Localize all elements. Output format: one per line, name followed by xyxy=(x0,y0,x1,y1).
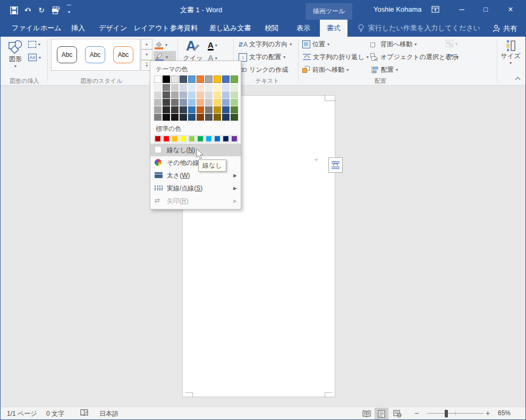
theme-variant-swatch[interactable] xyxy=(197,114,204,121)
theme-variant-swatch[interactable] xyxy=(205,114,213,121)
standard-color-swatch[interactable] xyxy=(214,135,221,142)
theme-variant-swatch[interactable] xyxy=(205,91,213,98)
shape-style-thumbnail-0[interactable]: Abc xyxy=(57,46,77,63)
theme-variant-swatch[interactable] xyxy=(197,99,204,106)
rotate-objects-button[interactable]: ▾ xyxy=(446,53,459,61)
tab-1[interactable]: ホーム xyxy=(33,20,69,37)
zoom-out-button[interactable]: − xyxy=(414,409,419,417)
theme-variant-swatch[interactable] xyxy=(163,106,170,113)
selection-pane-button[interactable]: オブジェクトの選択と表示 xyxy=(370,53,458,62)
theme-variant-swatch[interactable] xyxy=(180,114,187,121)
theme-variant-swatch[interactable] xyxy=(214,84,221,91)
wrap-text-button[interactable]: 文字列の折り返し ▾ xyxy=(302,53,369,62)
theme-color-swatch[interactable] xyxy=(163,75,170,83)
close-button[interactable]: × xyxy=(500,1,521,18)
shape-fill-button[interactable]: ▾ xyxy=(155,39,176,51)
theme-variant-swatch[interactable] xyxy=(188,114,196,121)
text-box-button[interactable]: A≡ ▾ xyxy=(28,54,41,61)
theme-variant-swatch[interactable] xyxy=(222,106,230,113)
document-area[interactable] xyxy=(1,86,525,408)
word-count[interactable]: 0 文字 xyxy=(46,409,64,418)
text-fill-button[interactable]: A ▾ xyxy=(208,40,226,51)
standard-color-swatch[interactable] xyxy=(180,135,187,142)
theme-variant-swatch[interactable] xyxy=(180,106,187,113)
standard-color-swatch[interactable] xyxy=(222,135,230,142)
tab-format-active[interactable]: 書式 xyxy=(320,20,347,37)
read-mode-button[interactable] xyxy=(360,408,374,419)
redo-button[interactable]: ↻ xyxy=(35,5,48,15)
insert-shapes-button[interactable]: 図形 ▾ xyxy=(5,39,26,79)
theme-variant-swatch[interactable] xyxy=(214,114,221,121)
gallery-scroll-down-button[interactable]: ▾ xyxy=(141,49,152,60)
standard-color-swatch[interactable] xyxy=(163,135,170,142)
theme-variant-swatch[interactable] xyxy=(214,106,221,113)
theme-variant-swatch[interactable] xyxy=(154,114,162,121)
tab-7[interactable]: 校閲 xyxy=(258,20,285,37)
theme-color-swatch[interactable] xyxy=(154,75,162,83)
theme-variant-swatch[interactable] xyxy=(188,84,196,91)
minimize-button[interactable]: ─ xyxy=(451,1,472,18)
ribbon-display-options-button[interactable] xyxy=(425,1,446,18)
theme-variant-swatch[interactable] xyxy=(154,99,162,106)
theme-variant-swatch[interactable] xyxy=(171,91,179,98)
tab-5[interactable]: 参考資料 xyxy=(163,20,205,37)
standard-color-swatch[interactable] xyxy=(197,135,204,142)
save-button[interactable] xyxy=(7,5,21,15)
theme-variant-swatch[interactable] xyxy=(205,99,213,106)
maximize-button[interactable]: □ xyxy=(475,1,496,18)
theme-variant-swatch[interactable] xyxy=(231,99,238,106)
theme-variant-swatch[interactable] xyxy=(222,99,230,106)
theme-variant-swatch[interactable] xyxy=(154,91,162,98)
theme-variant-swatch[interactable] xyxy=(171,99,179,106)
theme-variant-swatch[interactable] xyxy=(231,84,238,91)
text-direction-button[interactable]: ⇵A 文字列の方向 ▾ xyxy=(239,40,292,49)
standard-color-swatch[interactable] xyxy=(154,135,162,142)
shape-style-thumbnail-1[interactable]: Abc xyxy=(85,46,105,63)
theme-color-swatch[interactable] xyxy=(180,75,187,83)
menu-item-weight[interactable]: 太さ(W)▶ xyxy=(150,169,241,182)
size-button[interactable]: サイズ ▾ xyxy=(500,39,521,79)
theme-variant-swatch[interactable] xyxy=(231,91,238,98)
menu-item-more-colors[interactable]: その他の線の色(M)... xyxy=(150,156,241,169)
theme-variant-swatch[interactable] xyxy=(231,114,238,121)
share-button[interactable]: 共有 xyxy=(488,21,521,36)
page-count[interactable]: 1/1 ページ xyxy=(7,409,37,418)
theme-variant-swatch[interactable] xyxy=(222,91,230,98)
theme-color-swatch[interactable] xyxy=(171,75,179,83)
standard-color-swatch[interactable] xyxy=(231,135,238,142)
position-button[interactable]: 位置 ▾ xyxy=(302,40,329,49)
standard-color-swatch[interactable] xyxy=(188,135,196,142)
zoom-slider-thumb[interactable] xyxy=(445,410,448,417)
theme-variant-swatch[interactable] xyxy=(214,99,221,106)
send-backward-button[interactable]: 背面へ移動 ▾ xyxy=(370,40,417,49)
print-layout-button[interactable] xyxy=(375,408,388,419)
language-status[interactable]: 日本語 xyxy=(99,409,118,418)
theme-variant-swatch[interactable] xyxy=(205,84,213,91)
theme-variant-swatch[interactable] xyxy=(163,114,170,121)
web-layout-button[interactable] xyxy=(391,408,404,419)
theme-variant-swatch[interactable] xyxy=(171,106,179,113)
theme-variant-swatch[interactable] xyxy=(163,91,170,98)
theme-color-swatch[interactable] xyxy=(197,75,204,83)
create-link-button[interactable]: リンクの作成 xyxy=(239,65,288,74)
theme-variant-swatch[interactable] xyxy=(222,84,230,91)
theme-variant-swatch[interactable] xyxy=(180,91,187,98)
theme-variant-swatch[interactable] xyxy=(188,106,196,113)
theme-variant-swatch[interactable] xyxy=(197,84,204,91)
theme-color-swatch[interactable] xyxy=(214,75,221,83)
quick-print-button[interactable] xyxy=(48,5,62,15)
theme-variant-swatch[interactable] xyxy=(197,106,204,113)
shape-selection-handle[interactable] xyxy=(314,158,318,162)
tab-6[interactable]: 差し込み文書 xyxy=(202,20,258,37)
theme-color-swatch[interactable] xyxy=(231,75,238,83)
theme-variant-swatch[interactable] xyxy=(171,84,179,91)
collapse-ribbon-button[interactable] xyxy=(513,75,522,82)
bring-forward-button[interactable]: 前面へ移動 ▾ xyxy=(302,65,349,74)
theme-variant-swatch[interactable] xyxy=(205,106,213,113)
edit-shape-button[interactable]: ▾ xyxy=(28,41,40,48)
theme-variant-swatch[interactable] xyxy=(163,84,170,91)
theme-variant-swatch[interactable] xyxy=(197,91,204,98)
theme-variant-swatch[interactable] xyxy=(180,84,187,91)
tab-8[interactable]: 表示 xyxy=(290,20,317,37)
theme-variant-swatch[interactable] xyxy=(231,106,238,113)
